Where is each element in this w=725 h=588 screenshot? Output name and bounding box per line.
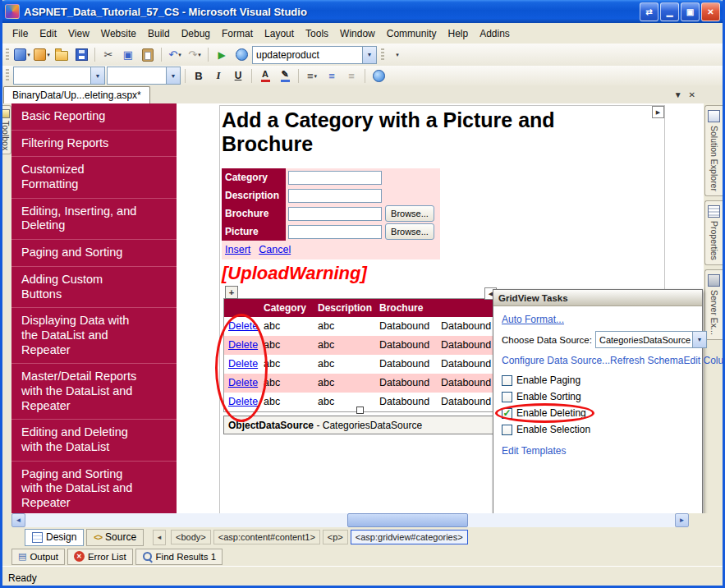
delete-link[interactable]: Delete xyxy=(224,393,259,411)
menu-item[interactable]: View xyxy=(62,25,95,42)
toolbar-grip[interactable] xyxy=(6,69,9,82)
close-button[interactable]: ✕ xyxy=(701,2,720,21)
titlebar[interactable]: ASPNET_Data_Tutorial_57_CS - Microsoft V… xyxy=(0,0,725,23)
tab-properties[interactable]: Properties xyxy=(704,200,723,265)
tag-nav-back-icon[interactable]: ◂ xyxy=(153,530,166,545)
edit-templates-link[interactable]: Edit Templates xyxy=(502,445,694,457)
font-color-button[interactable]: A xyxy=(256,67,274,85)
menu-item[interactable]: Layout xyxy=(259,25,300,42)
tag-breadcrumb[interactable]: <p> xyxy=(323,530,348,544)
selection-resize-handle[interactable] xyxy=(356,407,364,414)
redo-button[interactable]: ↷▾ xyxy=(186,46,204,64)
bold-button[interactable]: B xyxy=(190,67,208,85)
scrollbar-track[interactable] xyxy=(25,513,675,527)
field-input[interactable] xyxy=(288,189,382,203)
tag-breadcrumb[interactable]: <body> xyxy=(171,530,211,544)
browse-button[interactable]: Browse... xyxy=(385,223,434,240)
paste-button[interactable] xyxy=(139,46,157,64)
horizontal-scrollbar[interactable]: ◄ ► xyxy=(11,513,689,527)
sidebar-item[interactable]: Displaying Data with the DataList and Re… xyxy=(11,308,177,364)
highlight-color-button[interactable]: ✎ xyxy=(276,67,294,85)
scroll-left-icon[interactable]: ◄ xyxy=(11,513,25,527)
checkbox[interactable]: ✓ xyxy=(502,392,512,402)
tab-source[interactable]: <> Source xyxy=(86,529,144,546)
cut-button[interactable]: ✂ xyxy=(99,46,117,64)
tab-solution-explorer[interactable]: Solution Explorer xyxy=(704,105,723,196)
tab-toolbox[interactable]: Toolbox xyxy=(0,105,11,154)
close-document-icon[interactable]: ✕ xyxy=(689,90,695,99)
tab-design[interactable]: Design xyxy=(25,529,84,546)
data-source-combo[interactable]: CategoriesDataSource ▼ xyxy=(595,331,707,348)
underline-button[interactable]: U xyxy=(229,67,247,85)
sidebar-item[interactable]: Paging and Sorting with the DataList and… xyxy=(11,462,177,513)
maximize-button[interactable]: ▣ xyxy=(681,2,700,21)
tab-output[interactable]: ▤ Output xyxy=(11,549,65,565)
sidebar-item[interactable]: Filtering Reports xyxy=(11,131,177,158)
active-files-dropdown-icon[interactable]: ▼ xyxy=(674,90,682,99)
task-link[interactable]: Edit Columns... xyxy=(683,355,725,366)
start-debugging-button[interactable]: ▶ xyxy=(213,46,231,64)
task-link[interactable]: Configure Data Source... xyxy=(502,355,610,366)
delete-link[interactable]: Delete xyxy=(224,336,259,355)
float-window-button[interactable]: ⇄ xyxy=(640,2,658,21)
menu-item[interactable]: Window xyxy=(334,25,381,42)
new-web-form-button[interactable]: ▾ xyxy=(13,46,31,64)
sidebar-item[interactable]: Editing and Deleting with the DataList xyxy=(11,420,177,461)
cancel-link[interactable]: Cancel xyxy=(259,244,291,255)
minimize-button[interactable]: ▁ xyxy=(660,2,679,21)
scrollbar-thumb[interactable] xyxy=(347,513,468,527)
field-input[interactable] xyxy=(288,207,382,221)
menu-item[interactable]: Website xyxy=(95,25,142,42)
task-option-row[interactable]: ✓ Enable Paging xyxy=(502,374,580,386)
combo-dropdown-icon[interactable]: ▼ xyxy=(692,332,706,347)
delete-link[interactable]: Delete xyxy=(224,317,259,336)
add-new-item-button[interactable]: ▾ xyxy=(33,46,51,64)
alignment-button[interactable]: ≡▾ xyxy=(303,67,321,85)
open-file-button[interactable] xyxy=(53,46,71,64)
checkbox[interactable]: ✓ xyxy=(502,375,512,386)
hyperlink-button[interactable] xyxy=(369,67,388,85)
font-combo[interactable]: ▼ xyxy=(107,67,181,85)
delete-link[interactable]: Delete xyxy=(224,374,259,393)
toolbar-grip[interactable] xyxy=(381,48,384,62)
undo-button[interactable]: ↶▾ xyxy=(166,46,184,64)
italic-button[interactable]: I xyxy=(209,67,227,85)
checkbox[interactable]: ✓ xyxy=(502,408,512,419)
menu-item[interactable]: Addins xyxy=(474,25,516,42)
objectdatasource-control[interactable]: ObjectDataSource - CategoriesDataSource xyxy=(223,416,498,434)
tab-server-explorer[interactable]: Server Ex... xyxy=(704,269,723,340)
menu-item[interactable]: Help xyxy=(442,25,474,42)
save-button[interactable] xyxy=(72,46,90,64)
checkbox[interactable]: ✓ xyxy=(502,425,512,435)
numbered-list-button[interactable]: ≡ xyxy=(342,67,360,85)
target-schema-combo[interactable]: ▼ xyxy=(13,67,105,85)
sidebar-item[interactable]: Customized Formatting xyxy=(11,157,177,198)
browse-button[interactable]: Browse... xyxy=(385,205,434,222)
combo-dropdown-icon[interactable]: ▼ xyxy=(90,67,104,84)
insert-link[interactable]: Insert xyxy=(225,244,250,255)
tag-breadcrumb[interactable]: <asp:content#content1> xyxy=(213,530,320,544)
gridview-move-handle[interactable]: + xyxy=(225,286,238,299)
toolbar-options-button[interactable]: ▾ xyxy=(388,46,406,64)
menu-item[interactable]: Tools xyxy=(300,25,334,42)
sidebar-item[interactable]: Paging and Sorting xyxy=(11,240,177,267)
copy-button[interactable]: ▣ xyxy=(119,46,137,64)
content-smart-tag-arrow-icon[interactable]: ▶ xyxy=(652,106,664,118)
menu-item[interactable]: Community xyxy=(381,25,443,42)
sidebar-item[interactable]: Editing, Inserting, and Deleting xyxy=(11,199,177,240)
combo-dropdown-icon[interactable]: ▼ xyxy=(362,47,376,63)
task-option-row[interactable]: ✓ Enable Deleting xyxy=(502,407,586,419)
tab-find-results[interactable]: Find Results 1 xyxy=(135,549,223,565)
field-input[interactable] xyxy=(288,225,382,239)
toolbar-grip[interactable] xyxy=(6,48,9,62)
auto-format-link[interactable]: Auto Format... xyxy=(502,314,694,325)
tag-breadcrumb[interactable]: <asp:gridview#categories> xyxy=(351,530,468,544)
task-option-row[interactable]: ✓ Enable Sorting xyxy=(502,391,581,402)
bullet-list-button[interactable]: ≡ xyxy=(323,67,341,85)
sidebar-item[interactable]: Adding Custom Buttons xyxy=(11,267,177,308)
task-link[interactable]: Refresh Schema xyxy=(610,355,683,366)
menu-item[interactable]: Format xyxy=(216,25,259,42)
menu-item[interactable]: Debug xyxy=(176,25,216,42)
sidebar-item[interactable]: Master/Detail Reports with the DataList … xyxy=(11,364,177,420)
menu-item[interactable]: Build xyxy=(142,25,176,42)
